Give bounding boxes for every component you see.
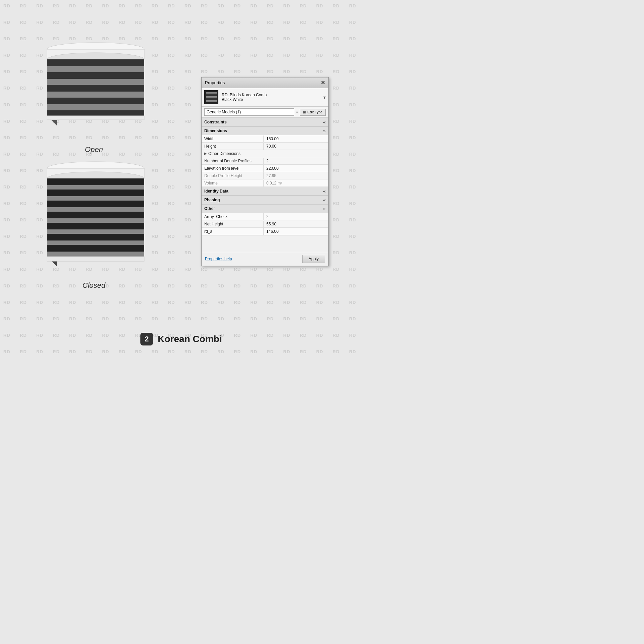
type-dropdown[interactable]: Generic Models (1) [204,108,294,116]
constraints-toggle-icon: « [323,119,326,125]
svg-rect-34 [47,257,144,261]
height-row: Height 70.00 [202,143,328,150]
constraints-section-header[interactable]: Constraints « [202,118,328,126]
panel-footer: Properties help Apply [202,252,328,266]
net-height-value[interactable]: 55.90 [264,221,328,227]
svg-marker-11 [47,85,144,92]
family-subname: Black White [222,97,320,102]
other-dimensions-label: Other Dimensions [208,151,240,156]
phasing-toggle-icon: « [323,197,326,203]
edit-type-label: Edit Type [307,110,323,114]
other-dimensions-expand-icon: ▶ [204,152,207,155]
type-selector-row: Generic Models (1) ▾ ⊞ Edit Type [202,107,328,118]
blind-open-area: Open [37,32,151,154]
type-dropdown-arrow: ▾ [296,110,298,114]
width-label: Width [202,136,264,142]
svg-rect-37 [206,96,217,98]
dimensions-toggle-icon: » [323,128,326,133]
number-of-double-profiles-row: Number of Double Profiles 2 [202,157,328,165]
double-profile-height-row: Double Profile Height 27.95 [202,172,328,179]
volume-label: Volume [202,180,264,186]
constraints-label: Constraints [204,120,227,124]
net-height-row: Net Height 55.90 [202,220,328,228]
bottom-label: 2 Korean Combi [140,333,222,345]
number-of-double-profiles-value[interactable]: 2 [264,158,328,164]
array-check-value[interactable]: 2 [264,213,328,220]
other-toggle-icon: » [323,206,326,211]
width-row: Width 150.00 [202,135,328,143]
svg-marker-28 [47,190,144,196]
family-thumbnail [204,90,218,104]
blind-closed-area: Closed [37,151,151,290]
blind-open-svg [37,32,151,143]
svg-marker-27 [47,178,144,185]
array-check-label: Array_Check [202,213,264,220]
number-of-double-profiles-label: Number of Double Profiles [202,158,264,164]
identity-data-section-header[interactable]: Identity Data « [202,187,328,196]
family-icon [205,91,217,103]
net-height-label: Net Height [202,221,264,227]
family-name: RD_Blinds Korean Combi [222,93,320,97]
svg-rect-36 [206,94,217,96]
panel-titlebar: Properties ✕ [202,77,328,88]
bottom-title: Korean Combi [158,334,222,344]
identity-data-toggle-icon: « [323,189,326,194]
svg-rect-38 [206,98,217,100]
svg-marker-32 [47,234,144,240]
rd-a-row: rd_a 146.00 [202,228,328,235]
main-content: Open [0,0,362,362]
identity-data-label: Identity Data [204,189,228,194]
elevation-from-level-row: Elevation from level 220.00 [202,165,328,172]
dimensions-label: Dimensions [204,128,227,133]
properties-panel: Properties ✕ RD_Blinds Korean Combi Blac… [201,77,329,266]
svg-marker-29 [47,201,144,207]
family-header: RD_Blinds Korean Combi Black White ▾ [202,88,328,107]
family-expand-icon[interactable]: ▾ [323,95,326,100]
height-value[interactable]: 70.00 [264,143,328,150]
phasing-label: Phasing [204,198,220,202]
other-section-header[interactable]: Other » [202,204,328,213]
array-check-row: Array_Check 2 [202,213,328,220]
svg-rect-14 [47,116,144,120]
svg-marker-12 [47,98,144,104]
apply-button[interactable]: Apply [302,255,325,263]
type-dropdown-value: Generic Models (1) [207,110,241,114]
panel-title: Properties [205,80,225,85]
svg-marker-33 [47,245,144,252]
bottom-number: 2 [140,333,153,345]
width-value[interactable]: 150.00 [264,136,328,142]
double-profile-height-value: 27.95 [264,172,328,179]
empty-space [202,235,328,252]
height-label: Height [202,143,264,150]
phasing-section-header[interactable]: Phasing « [202,196,328,204]
elevation-from-level-label: Elevation from level [202,165,264,172]
other-label: Other [204,206,215,211]
volume-row: Volume 0.012 m³ [202,179,328,187]
close-button[interactable]: ✕ [321,79,325,86]
svg-marker-30 [47,212,144,218]
svg-marker-9 [47,59,144,66]
volume-value: 0.012 m³ [264,180,328,186]
closed-label: Closed [37,281,151,290]
svg-marker-31 [47,223,144,229]
svg-rect-39 [206,100,217,102]
elevation-from-level-value[interactable]: 220.00 [264,165,328,172]
blind-closed-svg [37,151,151,278]
rd-a-label: rd_a [202,228,264,235]
other-dimensions-row[interactable]: ▶ Other Dimensions [202,150,328,157]
double-profile-height-label: Double Profile Height [202,172,264,179]
dimensions-section-header[interactable]: Dimensions » [202,126,328,135]
svg-rect-35 [206,92,217,94]
properties-help-link[interactable]: Properties help [205,257,232,261]
family-info: RD_Blinds Korean Combi Black White [222,93,320,102]
edit-type-button[interactable]: ⊞ Edit Type [300,109,326,116]
rd-a-value[interactable]: 146.00 [264,228,328,235]
edit-type-icon: ⊞ [303,110,306,114]
svg-marker-10 [47,72,144,79]
